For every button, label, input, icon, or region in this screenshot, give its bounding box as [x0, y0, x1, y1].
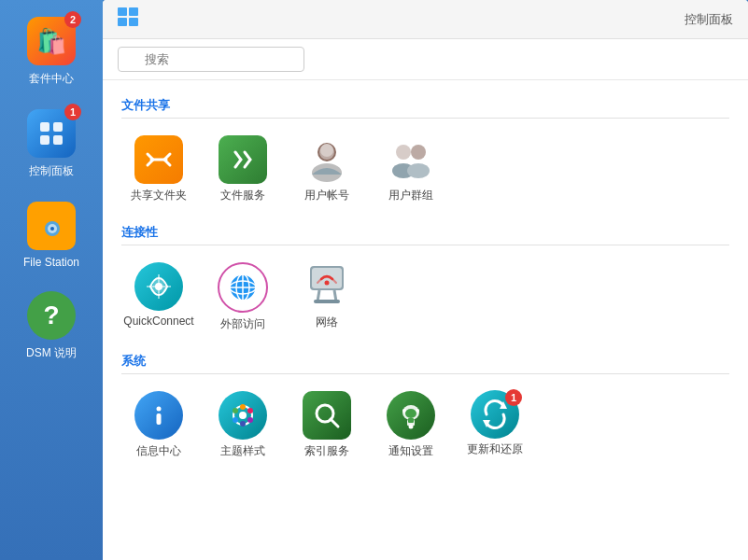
svg-point-17 [411, 145, 426, 160]
grid-item-user-group[interactable]: 用户群组 [374, 130, 448, 209]
quickconnect-label: QuickConnect [123, 315, 193, 328]
pkg-label: 套件中心 [29, 71, 74, 87]
user-group-label: 用户群组 [388, 188, 433, 203]
ctrl-badge: 1 [64, 104, 81, 120]
shared-folder-icon [134, 135, 183, 184]
svg-rect-51 [408, 418, 414, 423]
grid-item-update-restore[interactable]: 1 更新和还原 [458, 385, 532, 465]
quickconnect-icon [134, 262, 183, 311]
svg-point-36 [240, 404, 246, 410]
ctrl-label: 控制面板 [29, 163, 74, 179]
system-grid: 信息中心 主题样式 [121, 385, 729, 465]
svg-point-39 [240, 421, 246, 427]
user-account-label: 用户帐号 [304, 188, 349, 203]
external-access-label: 外部访问 [220, 316, 265, 332]
search-input[interactable] [118, 47, 304, 72]
dsm-help-icon: ? [27, 291, 76, 340]
file-service-label: 文件服务 [220, 188, 265, 203]
grid-item-network[interactable]: 网络 [289, 257, 364, 338]
svg-point-16 [396, 145, 411, 160]
theme-style-label: 主题样式 [220, 443, 265, 459]
svg-rect-8 [129, 7, 138, 16]
svg-point-33 [157, 407, 162, 412]
network-label: 网络 [316, 315, 338, 330]
svg-point-40 [233, 417, 238, 423]
theme-style-icon [219, 391, 267, 440]
svg-rect-9 [118, 18, 127, 26]
sidebar-item-dsm-help[interactable]: ? DSM 说明 [9, 284, 93, 367]
sidebar-item-file-station[interactable]: File Station [9, 194, 93, 274]
grid-item-user-account[interactable]: 用户帐号 [289, 130, 364, 209]
section-system-title: 系统 [121, 353, 729, 374]
file-service-icon [219, 135, 267, 184]
user-account-icon [303, 135, 351, 184]
update-restore-label: 更新和还原 [467, 441, 523, 457]
svg-point-38 [247, 417, 253, 423]
grid-item-shared-folder[interactable]: 共享文件夹 [121, 130, 196, 209]
grid-item-quickconnect[interactable]: QuickConnect [121, 257, 196, 338]
main-panel: 控制面板 🔍 文件共享 共享文件夹 [103, 0, 748, 560]
svg-point-32 [325, 281, 330, 286]
notify-settings-label: 通知设置 [388, 443, 433, 459]
file-label: File Station [23, 256, 79, 269]
panel-title: 控制面板 [684, 11, 733, 28]
svg-point-19 [407, 163, 430, 178]
search-bar: 🔍 [103, 39, 748, 80]
svg-rect-0 [40, 122, 49, 132]
grid-item-notify-settings[interactable]: 通知设置 [374, 385, 448, 465]
svg-point-50 [405, 409, 416, 418]
svg-rect-1 [53, 122, 63, 132]
panel-header-icon [118, 7, 140, 31]
network-icon [303, 262, 351, 311]
section-file-sharing-title: 文件共享 [121, 97, 729, 119]
grid-item-index-service[interactable]: 索引服务 [289, 385, 364, 465]
index-service-icon [303, 391, 351, 440]
svg-line-44 [331, 419, 338, 427]
grid-item-info-center[interactable]: 信息中心 [121, 385, 196, 465]
svg-rect-10 [129, 18, 138, 26]
svg-point-47 [409, 425, 414, 429]
ctrl-icon-wrapper: 1 [25, 107, 78, 160]
grid-item-external-access[interactable]: 外部访问 [205, 257, 280, 338]
index-service-label: 索引服务 [304, 443, 349, 459]
sidebar: 🛍️ 2 套件中心 1 控制面板 [0, 0, 103, 560]
update-badge: 1 [505, 389, 522, 406]
dsm-label: DSM 说明 [26, 345, 77, 361]
external-access-icon [218, 262, 268, 313]
file-icon-wrapper [25, 200, 78, 252]
search-wrapper: 🔍 [118, 47, 304, 72]
svg-rect-2 [40, 135, 49, 145]
svg-point-37 [247, 408, 253, 413]
shared-folder-label: 共享文件夹 [131, 188, 187, 203]
user-group-icon [387, 135, 435, 184]
info-center-icon [134, 391, 183, 440]
svg-point-42 [239, 412, 247, 419]
panel-content: 文件共享 共享文件夹 [103, 80, 748, 560]
svg-rect-31 [314, 300, 340, 303]
pkg-badge: 2 [64, 11, 81, 28]
pkg-icon-wrapper: 🛍️ 2 [25, 15, 78, 67]
update-icon-wrapper: 1 [470, 391, 520, 441]
svg-point-6 [50, 227, 54, 231]
svg-point-15 [320, 144, 333, 157]
file-sharing-grid: 共享文件夹 文件服务 [121, 130, 729, 209]
connectivity-grid: QuickConnect 外部访问 [121, 257, 729, 338]
notify-settings-icon [387, 391, 435, 440]
section-connectivity-title: 连接性 [121, 224, 729, 245]
panel-header: 控制面板 [103, 0, 748, 39]
file-station-icon [27, 202, 76, 250]
svg-point-41 [233, 408, 238, 413]
svg-rect-3 [53, 135, 63, 145]
sidebar-item-pkg-center[interactable]: 🛍️ 2 套件中心 [9, 9, 93, 92]
info-center-label: 信息中心 [136, 443, 181, 459]
grid-item-theme-style[interactable]: 主题样式 [205, 385, 280, 465]
sidebar-item-control-panel[interactable]: 1 控制面板 [9, 102, 93, 185]
svg-rect-34 [157, 413, 162, 425]
svg-rect-7 [118, 7, 127, 16]
dsm-icon-wrapper: ? [25, 289, 78, 342]
grid-item-file-service[interactable]: 文件服务 [205, 130, 280, 209]
